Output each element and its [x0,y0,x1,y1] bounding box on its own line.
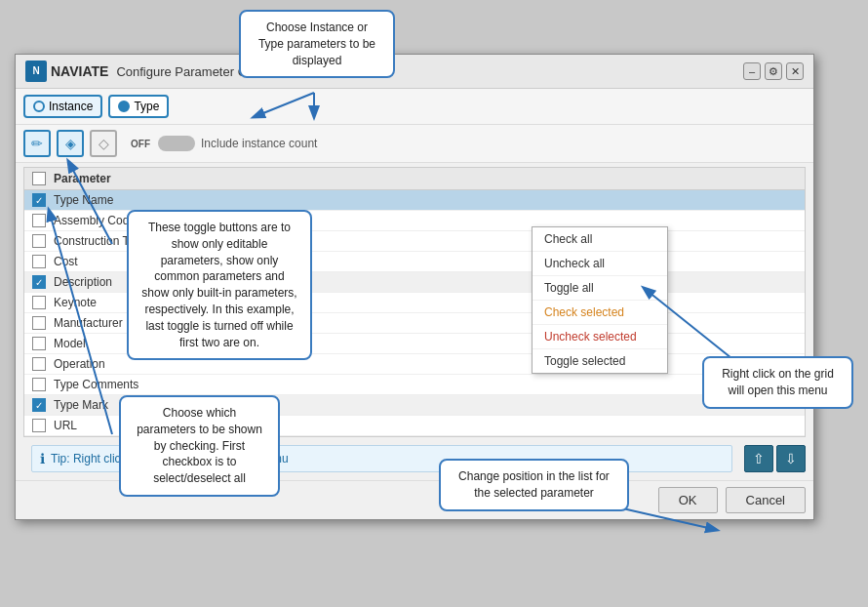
nav-arrows: ⇧ ⇩ [744,445,806,472]
table-row[interactable]: Type Comments [24,375,805,395]
callout-top: Choose Instance or Type parameters to be… [239,10,395,78]
toolbar-row: ✏ ◈ ◇ OFF Include instance count [16,125,813,163]
callout-left-top: These toggle buttons are to show only ed… [127,210,312,360]
row-checkbox[interactable]: ✓ [32,193,46,207]
row-checkbox[interactable] [32,214,46,227]
row-checkbox[interactable] [32,419,46,432]
context-check-all[interactable]: Check all [533,227,667,252]
context-uncheck-all[interactable]: Uncheck all [533,252,667,276]
row-checkbox[interactable] [32,234,46,248]
toggle-track[interactable] [158,136,195,151]
move-down-button[interactable]: ⇩ [776,445,806,472]
select-all-checkbox[interactable] [32,172,46,185]
editable-toggle-btn[interactable]: ✏ [23,130,51,157]
app-logo: N NAVIATE [25,61,108,82]
row-checkbox[interactable] [32,255,46,268]
table-row[interactable]: ✓ Type Name [24,190,805,211]
instance-tab[interactable]: Instance [23,95,102,118]
context-check-selected[interactable]: Check selected [533,301,667,325]
type-tab[interactable]: Type [108,95,169,118]
row-checkbox[interactable] [32,378,46,391]
callout-right-bottom: Change position in the list for the sele… [439,459,629,511]
settings-button[interactable]: ⚙ [765,62,782,80]
grid-header: Parameter [24,168,805,190]
row-checkbox[interactable] [32,357,46,371]
titlebar: N NAVIATE Configure Parameter Columns – … [16,55,813,89]
instance-radio-circle [33,101,45,112]
instance-count-toggle[interactable]: OFF Include instance count [131,136,317,151]
row-checkbox[interactable] [32,316,46,330]
move-up-button[interactable]: ⇧ [744,445,773,472]
minimize-button[interactable]: – [743,62,761,80]
cancel-button[interactable]: Cancel [726,487,806,513]
row-checkbox[interactable] [32,296,46,309]
close-button[interactable]: ✕ [786,62,804,80]
row-checkbox[interactable]: ✓ [32,398,46,412]
row-checkbox[interactable] [32,337,46,350]
builtin-toggle-btn[interactable]: ◇ [90,130,117,157]
context-toggle-all[interactable]: Toggle all [533,276,667,301]
row-checkbox[interactable]: ✓ [32,275,46,289]
callout-right-top: Right click on the grid will open this m… [702,356,853,409]
context-menu: Check all Uncheck all Toggle all Check s… [532,226,668,374]
callout-left-bottom: Choose which parameters to be shown by c… [119,395,280,497]
tab-row: Instance Type [16,89,813,125]
info-icon: ℹ [40,451,45,466]
context-toggle-selected[interactable]: Toggle selected [533,349,667,373]
ok-button[interactable]: OK [658,487,718,513]
logo-icon: N [25,61,47,82]
type-radio-circle [118,101,130,112]
context-uncheck-selected[interactable]: Uncheck selected [533,325,667,349]
common-toggle-btn[interactable]: ◈ [57,130,84,157]
